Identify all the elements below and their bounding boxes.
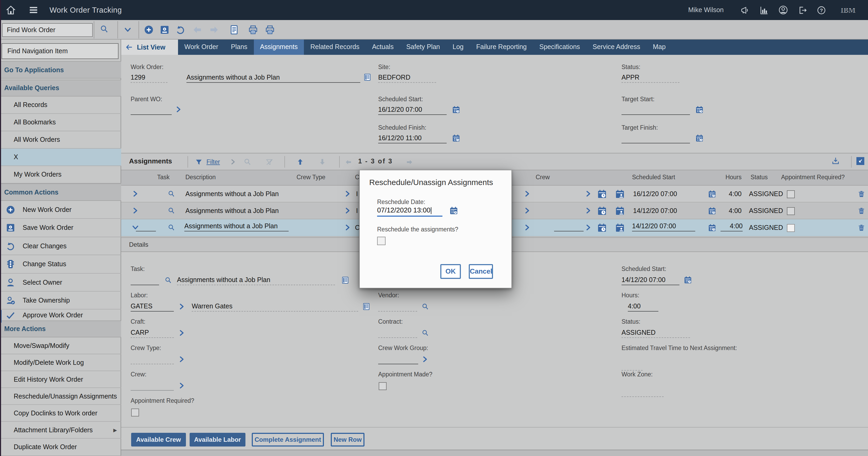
sidebar-item-all-records[interactable]: All Records <box>0 96 121 114</box>
col-appointment-required[interactable]: Appointment Required? <box>781 174 845 180</box>
crew-availability-icon[interactable] <box>615 223 625 232</box>
delete-row-icon[interactable] <box>858 224 865 232</box>
task-detail-icon[interactable] <box>167 224 176 231</box>
appointment-required-checkbox[interactable] <box>787 190 795 198</box>
tab-actuals[interactable]: Actuals <box>366 39 400 55</box>
profile-icon[interactable] <box>778 5 788 15</box>
find-work-order-input[interactable] <box>2 23 93 37</box>
chevron-down-icon[interactable] <box>124 26 131 33</box>
labor-availability-icon[interactable] <box>597 223 607 232</box>
row-scheduled-start-field[interactable]: 14/12/20 07:00 <box>632 221 695 231</box>
complete-assignment-button[interactable]: Complete Assignment <box>252 433 324 447</box>
col-scheduled-start[interactable]: Scheduled Start <box>632 174 675 180</box>
sidebar-item-reschedule-unassign-assignments[interactable]: Reschedule/Unassign Assignments <box>0 388 121 405</box>
tab-failure-reporting[interactable]: Failure Reporting <box>470 39 533 55</box>
row-scheduled-start[interactable]: 14/12/20 07:00 <box>633 207 677 215</box>
tab-log[interactable]: Log <box>446 39 470 55</box>
crew-type-detail-icon[interactable] <box>179 356 184 363</box>
col-task[interactable]: Task <box>142 174 169 180</box>
sidebar-item-all-bookmarks[interactable]: All Bookmarks <box>0 114 121 131</box>
task-field[interactable] <box>131 276 159 285</box>
sidebar-item-duplicate-work-order[interactable]: Duplicate Work Order <box>0 438 121 456</box>
tab-list-view[interactable]: List View <box>121 39 178 55</box>
parent-wo-field[interactable] <box>131 105 172 115</box>
crew-availability-icon[interactable] <box>615 206 625 216</box>
work-order-description-field[interactable]: Assignments without a Job Plan <box>186 73 360 83</box>
calendar-icon[interactable] <box>695 106 704 114</box>
next-page-icon[interactable] <box>406 158 413 166</box>
sidebar-item-new-work-order[interactable]: New Work Order <box>0 201 121 219</box>
clear-changes-icon[interactable] <box>175 24 186 35</box>
home-icon[interactable] <box>5 4 16 16</box>
appointment-required-checkbox[interactable] <box>787 224 795 232</box>
tab-specifications[interactable]: Specifications <box>533 39 586 55</box>
calendar-icon[interactable] <box>452 134 460 142</box>
sidebar-section-available-queries[interactable]: Available Queries <box>0 80 121 96</box>
report-icon[interactable] <box>228 24 240 35</box>
labor-detail-icon[interactable] <box>525 190 530 197</box>
calendar-icon[interactable] <box>684 276 692 284</box>
task-detail-icon[interactable] <box>167 190 176 198</box>
row-hours[interactable]: 4:00 <box>720 190 742 198</box>
labor-availability-icon[interactable] <box>597 189 607 199</box>
new-record-icon[interactable] <box>143 24 154 35</box>
col-crew[interactable]: Crew <box>536 174 550 180</box>
row-description[interactable]: Assignments without a Job Plan <box>185 190 279 198</box>
ok-button[interactable]: OK <box>440 264 461 279</box>
calendar-icon[interactable] <box>708 190 716 198</box>
craft-detail-icon[interactable] <box>179 330 184 336</box>
tab-safety-plan[interactable]: Safety Plan <box>400 39 446 55</box>
row-task-field[interactable] <box>136 224 156 231</box>
crew-type-detail-icon[interactable] <box>345 224 350 231</box>
reschedule-date-input[interactable]: 07/12/2020 13:00 <box>377 205 442 217</box>
reports-icon[interactable] <box>759 5 769 15</box>
find-navigation-input[interactable] <box>2 43 119 59</box>
appointment-made-checkbox[interactable] <box>379 382 386 390</box>
labor-detail-icon[interactable] <box>525 207 530 214</box>
sidebar-item-x[interactable]: X <box>0 149 121 166</box>
save-icon[interactable] <box>159 24 170 35</box>
search-icon[interactable] <box>99 24 109 34</box>
task-detail-icon[interactable] <box>167 207 176 215</box>
appointment-required-checkbox[interactable] <box>131 408 139 417</box>
new-row-button[interactable]: New Row <box>331 433 365 447</box>
print-with-attachments-icon[interactable] <box>265 24 276 35</box>
calendar-icon[interactable] <box>708 224 716 232</box>
sidebar-section-go-to[interactable]: Go To Applications <box>0 61 121 79</box>
expand-row-icon[interactable] <box>133 207 138 214</box>
previous-page-icon[interactable] <box>344 158 352 166</box>
next-row-icon[interactable] <box>318 158 327 166</box>
tab-service-address[interactable]: Service Address <box>586 39 647 55</box>
sidebar-item-edit-history-work-order[interactable]: Edit History Work Order <box>0 371 121 388</box>
scheduled-start-field[interactable]: 14/12/20 07:00 <box>621 275 679 285</box>
announcements-icon[interactable] <box>740 5 750 15</box>
calendar-icon[interactable] <box>708 207 716 215</box>
row-description-field[interactable]: Assignments without a Job Plan <box>184 221 289 231</box>
available-crew-button[interactable]: Available Crew <box>131 433 186 447</box>
crew-detail-icon[interactable] <box>179 382 184 389</box>
long-description-icon[interactable] <box>362 303 370 311</box>
labor-detail-icon[interactable] <box>525 224 530 231</box>
sidebar-item-clear-changes[interactable]: Clear Changes <box>0 237 121 255</box>
crew-detail-icon[interactable] <box>586 190 591 197</box>
tab-assignments[interactable]: Assignments <box>254 39 304 55</box>
row-description[interactable]: Assignments without a Job Plan <box>185 207 279 215</box>
user-name[interactable]: Mike Wilson <box>688 6 724 14</box>
previous-row-icon[interactable] <box>296 158 304 166</box>
task-search-icon[interactable] <box>164 276 172 284</box>
calendar-icon[interactable] <box>449 206 458 215</box>
labor-availability-icon[interactable] <box>597 206 607 216</box>
calendar-icon[interactable] <box>695 134 704 142</box>
filter-link[interactable]: Filter <box>207 159 220 165</box>
print-icon[interactable] <box>248 24 258 35</box>
crew-detail-icon[interactable] <box>586 207 591 214</box>
tab-plans[interactable]: Plans <box>225 39 254 55</box>
sidebar-item-copy-doclinks[interactable]: Copy Doclinks to Work order <box>0 405 121 422</box>
contract-search-icon[interactable] <box>421 329 429 337</box>
chevron-right-icon[interactable] <box>231 159 236 165</box>
tab-map[interactable]: Map <box>647 39 672 55</box>
help-icon[interactable] <box>816 5 827 15</box>
tab-work-order[interactable]: Work Order <box>178 39 225 55</box>
table-search-icon[interactable] <box>243 158 252 166</box>
crew-work-group-field[interactable] <box>378 354 418 364</box>
